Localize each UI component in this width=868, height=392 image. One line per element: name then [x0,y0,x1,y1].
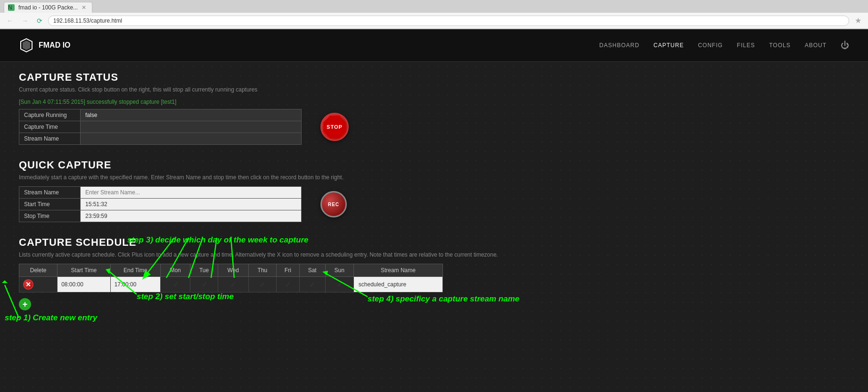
table-row: Stop Time [19,210,302,222]
row-stream-name[interactable]: scheduled_capture [353,277,442,292]
delete-cell[interactable]: ✕ [19,277,57,292]
col-start-time: Start Time [57,264,111,277]
table-row: Start Time [19,199,302,210]
capture-running-value: false [81,109,302,121]
status-table: Capture Running false Capture Time Strea… [19,109,302,145]
forward-button[interactable]: → [19,16,31,25]
col-fri: Fri [277,264,300,277]
quick-capture-table: Stream Name Start Time Stop Time [19,186,302,222]
col-sat: Sat [299,264,325,277]
row-tue[interactable]: ✓ [190,277,218,292]
stop-time-input[interactable] [85,213,296,219]
capture-schedule-section: CAPTURE SCHEDULE Lists currently active … [19,236,849,310]
capture-status-title: CAPTURE STATUS [19,71,849,83]
col-delete: Delete [19,264,57,277]
main-content: CAPTURE STATUS Current capture status. C… [0,62,868,392]
svg-marker-1 [23,41,30,50]
logo-icon [19,38,34,53]
add-schedule-button[interactable]: + [19,298,31,310]
nav-dashboard[interactable]: DASHBOARD [599,42,639,49]
capture-running-label: Capture Running [19,109,81,121]
logo: FMAD IO [19,38,71,53]
status-message: [Sun Jan 4 07:11:55 2015] successfully s… [19,99,849,105]
start-time-input[interactable] [85,201,296,208]
schedule-table: Delete Start Time End Time Mon Tue Wed T… [19,264,443,292]
quick-capture-section: QUICK CAPTURE Immediately start a captur… [19,159,849,222]
qc-stop-time-label: Stop Time [19,210,81,222]
qc-start-time-label: Start Time [19,199,81,210]
annotation-step1: step 1) Create new entry [5,313,98,323]
table-row: Capture Running false [19,109,302,121]
col-sun: Sun [325,264,353,277]
capture-schedule-desc: Lists currently active capture schedule.… [19,251,849,258]
capture-time-label: Capture Time [19,121,81,133]
row-fri[interactable]: ✓ [277,277,300,292]
table-row: ✕ 08:00:00 17:00:00 ✓ ✓ ✓ ✓ ✓ ✓ ✓ schedu… [19,277,443,292]
schedule-outer: Delete Start Time End Time Mon Tue Wed T… [19,264,443,310]
row-sun[interactable]: ✓ [325,277,353,292]
delete-button[interactable]: ✕ [23,279,33,290]
stream-name-value [81,133,302,145]
row-start-time[interactable]: 08:00:00 [57,277,111,292]
table-row: Stream Name [19,187,302,199]
logo-text: FMAD IO [39,41,71,50]
address-bar[interactable] [48,16,849,26]
browser-nav-bar: ← → ⟳ ★ [0,13,868,29]
nav-tools[interactable]: TOOLS [769,42,790,49]
stop-button[interactable]: STOP [320,113,349,141]
stream-name-input[interactable] [85,189,296,196]
back-button[interactable]: ← [4,16,16,25]
col-wed: Wed [218,264,248,277]
stop-button-label: STOP [323,116,346,138]
qc-stream-name-cell[interactable] [81,187,302,199]
row-thu[interactable]: ✓ [248,277,276,292]
table-row: Capture Time [19,121,302,133]
row-wed[interactable]: ✓ [218,277,248,292]
stream-name-label: Stream Name [19,133,81,145]
nav-links: DASHBOARD CAPTURE CONFIG FILES TOOLS ABO… [599,41,849,50]
svg-marker-8 [2,280,8,283]
row-sat[interactable]: ✓ [299,277,325,292]
nav-config[interactable]: CONFIG [698,42,723,49]
stop-button-wrap: STOP [320,113,349,141]
browser-tab-bar: N fmad io - 100G Packe... ✕ [0,0,868,13]
rec-button-wrap: REC [320,191,347,217]
table-row: Stream Name [19,133,302,145]
capture-time-value [81,121,302,133]
col-end-time: End Time [110,264,160,277]
svg-line-7 [5,285,19,318]
tab-title: fmad io - 100G Packe... [18,4,78,11]
nav-files[interactable]: FILES [737,42,755,49]
rec-button[interactable]: REC [320,191,347,217]
nav-about[interactable]: ABOUT [805,42,827,49]
col-thu: Thu [248,264,276,277]
power-button[interactable]: ⏻ [841,41,849,50]
col-tue: Tue [190,264,218,277]
quick-capture-desc: Immediately start a capture with the spe… [19,174,849,181]
rec-button-label: REC [328,202,339,207]
capture-status-desc: Current capture status. Click stop butto… [19,86,849,93]
capture-schedule-title: CAPTURE SCHEDULE [19,236,849,249]
quick-capture-title: QUICK CAPTURE [19,159,849,171]
col-mon: Mon [160,264,190,277]
refresh-button[interactable]: ⟳ [34,16,45,25]
capture-status-section: CAPTURE STATUS Current capture status. C… [19,71,849,145]
nav-capture[interactable]: CAPTURE [654,42,684,49]
row-mon[interactable]: ✓ [160,277,190,292]
browser-tab[interactable]: N fmad io - 100G Packe... ✕ [4,2,92,13]
qc-start-time-cell[interactable] [81,199,302,210]
col-stream-name: Stream Name [353,264,442,277]
tab-favicon: N [8,4,15,11]
quick-capture-row: Stream Name Start Time Stop Time [19,186,849,222]
schedule-table-header-row: Delete Start Time End Time Mon Tue Wed T… [19,264,443,277]
qc-stream-name-label: Stream Name [19,187,81,199]
status-row: Capture Running false Capture Time Strea… [19,109,849,145]
add-row: + [19,294,443,310]
qc-stop-time-cell[interactable] [81,210,302,222]
bookmark-button[interactable]: ★ [852,15,864,26]
tab-close-button[interactable]: ✕ [82,4,86,11]
top-nav: FMAD IO DASHBOARD CAPTURE CONFIG FILES T… [0,29,868,62]
browser-chrome: N fmad io - 100G Packe... ✕ ← → ⟳ ★ [0,0,868,29]
row-end-time[interactable]: 17:00:00 [110,277,160,292]
